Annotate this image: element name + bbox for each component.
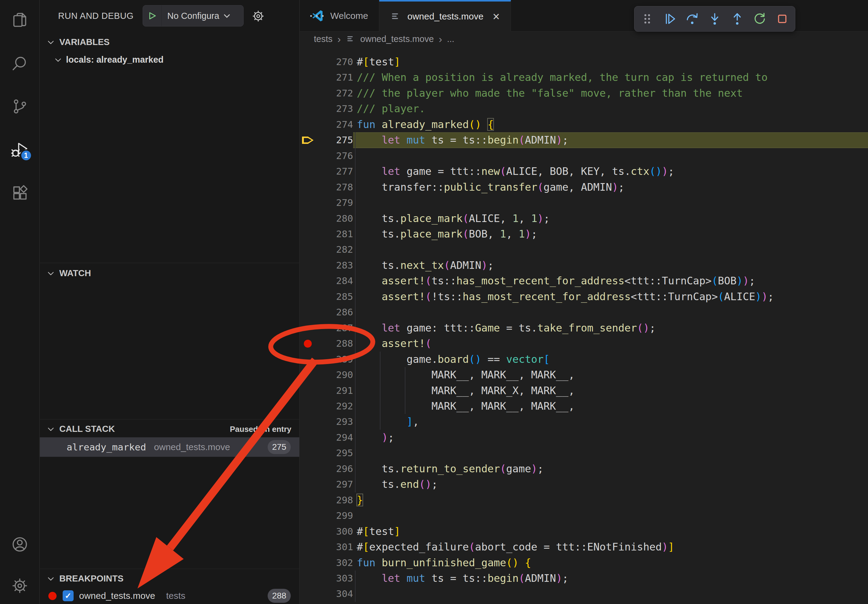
- breadcrumb-file[interactable]: owned_tests.move: [360, 34, 434, 44]
- code-line[interactable]: 289 game.board() == vector[: [300, 352, 868, 367]
- current-line-arrow[interactable]: [300, 136, 316, 145]
- code-text[interactable]: let mut ts = ts::begin(ADMIN);: [353, 132, 868, 148]
- search-icon[interactable]: [11, 54, 29, 72]
- code-line[interactable]: 283 ts.next_tx(ADMIN);: [300, 258, 868, 273]
- code-text[interactable]: ],: [353, 414, 868, 429]
- start-debug-icon[interactable]: [143, 5, 162, 26]
- code-text[interactable]: /// When a position is already marked, t…: [353, 70, 868, 85]
- code-text[interactable]: fun already_marked() {: [353, 117, 868, 132]
- settings-gear-icon[interactable]: [11, 577, 29, 595]
- code-text[interactable]: ts.place_mark(BOB, 1, 1);: [353, 226, 868, 242]
- tab-owned-tests[interactable]: owned_tests.move ×: [379, 0, 511, 32]
- continue-button[interactable]: [662, 12, 677, 26]
- code-line[interactable]: 288 assert!(: [300, 336, 868, 351]
- code-line[interactable]: 273/// player.: [300, 101, 868, 116]
- code-text[interactable]: assert!(!ts::has_most_recent_for_address…: [353, 289, 868, 304]
- code-text[interactable]: let game: ttt::Game = ts.take_from_sende…: [353, 320, 868, 336]
- section-variables[interactable]: VARIABLES: [46, 37, 110, 47]
- code-line[interactable]: 302fun burn_unfinished_game() {: [300, 555, 868, 570]
- code-line[interactable]: 301#[expected_failure(abort_code = ttt::…: [300, 539, 868, 555]
- code-text[interactable]: #[test]: [353, 54, 868, 70]
- code-line[interactable]: 277 let game = ttt::new(ALICE, BOB, KEY,…: [300, 164, 868, 179]
- code-text[interactable]: MARK__, MARK__, MARK__,: [353, 367, 868, 383]
- breadcrumb-folder[interactable]: tests: [314, 34, 332, 44]
- account-icon[interactable]: [11, 536, 29, 553]
- breakpoint-checkbox[interactable]: ✓: [63, 590, 74, 601]
- code-text[interactable]: let game = ttt::new(ALICE, BOB, KEY, ts.…: [353, 164, 868, 179]
- explorer-icon[interactable]: [11, 11, 29, 29]
- code-text[interactable]: [353, 508, 868, 523]
- restart-button[interactable]: [752, 12, 767, 26]
- code-line[interactable]: 294 );: [300, 430, 868, 445]
- code-editor[interactable]: 270#[test]271/// When a position is alre…: [300, 46, 868, 604]
- code-line[interactable]: 300#[test]: [300, 524, 868, 539]
- code-text[interactable]: );: [353, 430, 868, 445]
- code-line[interactable]: 280 ts.place_mark(ALICE, 1, 1);: [300, 211, 868, 226]
- variables-scope-locals[interactable]: locals: already_marked: [54, 55, 164, 65]
- code-line[interactable]: 287 let game: ttt::Game = ts.take_from_s…: [300, 320, 868, 336]
- more-actions-icon[interactable]: ···: [309, 7, 326, 23]
- source-control-icon[interactable]: [11, 98, 29, 115]
- code-text[interactable]: [353, 148, 868, 164]
- code-text[interactable]: [353, 586, 868, 602]
- close-icon[interactable]: ×: [493, 10, 500, 23]
- breakpoint-item[interactable]: ✓ owned_tests.move tests 288: [40, 588, 299, 604]
- code-line[interactable]: 293 ],: [300, 414, 868, 429]
- code-line[interactable]: 303 let mut ts = ts::begin(ADMIN);: [300, 570, 868, 586]
- drag-grip-icon[interactable]: [640, 12, 654, 26]
- step-into-button[interactable]: [707, 12, 722, 26]
- code-text[interactable]: [353, 304, 868, 320]
- code-text[interactable]: fun burn_unfinished_game() {: [353, 555, 868, 570]
- code-text[interactable]: #[test]: [353, 524, 868, 539]
- code-text[interactable]: ts.end();: [353, 477, 868, 492]
- code-text[interactable]: let mut ts = ts::begin(ADMIN);: [353, 570, 868, 586]
- code-line[interactable]: 297 ts.end();: [300, 477, 868, 492]
- code-text[interactable]: assert!(ts::has_most_recent_for_address<…: [353, 273, 868, 289]
- section-watch[interactable]: WATCH: [46, 268, 91, 278]
- code-line[interactable]: 295: [300, 445, 868, 461]
- step-out-button[interactable]: [730, 12, 744, 26]
- breakpoint-dot[interactable]: [300, 340, 316, 348]
- stop-button[interactable]: [775, 12, 789, 26]
- section-call-stack[interactable]: CALL STACK: [46, 424, 115, 434]
- code-line[interactable]: 286: [300, 304, 868, 320]
- breadcrumb[interactable]: tests › owned_tests.move › ...: [300, 32, 868, 46]
- code-text[interactable]: [353, 445, 868, 461]
- code-text[interactable]: /// the player who made the "false" move…: [353, 85, 868, 101]
- code-line[interactable]: 278 transfer::public_transfer(game, ADMI…: [300, 180, 868, 195]
- code-line[interactable]: 279: [300, 195, 868, 211]
- code-line[interactable]: 304: [300, 586, 868, 602]
- call-stack-frame[interactable]: already_marked owned_tests.move 275: [40, 437, 299, 457]
- code-text[interactable]: ts.next_tx(ADMIN);: [353, 258, 868, 273]
- code-text[interactable]: }: [353, 492, 868, 508]
- code-line[interactable]: 299: [300, 508, 868, 523]
- extensions-icon[interactable]: [11, 184, 29, 201]
- code-line[interactable]: 276: [300, 148, 868, 164]
- code-line[interactable]: 284 assert!(ts::has_most_recent_for_addr…: [300, 273, 868, 289]
- code-line[interactable]: 271/// When a position is already marked…: [300, 70, 868, 85]
- code-text[interactable]: assert!(: [353, 336, 868, 351]
- code-line[interactable]: 275 let mut ts = ts::begin(ADMIN);: [300, 132, 868, 148]
- code-text[interactable]: [353, 195, 868, 211]
- code-line[interactable]: 281 ts.place_mark(BOB, 1, 1);: [300, 226, 868, 242]
- section-breakpoints[interactable]: BREAKPOINTS: [46, 574, 124, 584]
- code-text[interactable]: ts.place_mark(ALICE, 1, 1);: [353, 211, 868, 226]
- code-text[interactable]: ts.return_to_sender(game);: [353, 461, 868, 477]
- step-over-button[interactable]: [685, 12, 699, 26]
- code-text[interactable]: transfer::public_transfer(game, ADMIN);: [353, 180, 868, 195]
- breadcrumb-more[interactable]: ...: [447, 34, 454, 44]
- code-text[interactable]: /// player.: [353, 101, 868, 116]
- code-text[interactable]: MARK__, MARK_X, MARK__,: [353, 383, 868, 398]
- code-line[interactable]: 282: [300, 242, 868, 257]
- run-and-debug-icon[interactable]: 1: [11, 141, 29, 158]
- code-text[interactable]: MARK__, MARK__, MARK__,: [353, 398, 868, 414]
- code-line[interactable]: 292 MARK__, MARK__, MARK__,: [300, 398, 868, 414]
- code-line[interactable]: 274fun already_marked() {: [300, 117, 868, 132]
- code-text[interactable]: game.board() == vector[: [353, 352, 868, 367]
- code-line[interactable]: 296 ts.return_to_sender(game);: [300, 461, 868, 477]
- code-line[interactable]: 285 assert!(!ts::has_most_recent_for_add…: [300, 289, 868, 304]
- code-line[interactable]: 298}: [300, 492, 868, 508]
- code-line[interactable]: 291 MARK__, MARK_X, MARK__,: [300, 383, 868, 398]
- code-text[interactable]: [353, 242, 868, 257]
- code-line[interactable]: 270#[test]: [300, 54, 868, 70]
